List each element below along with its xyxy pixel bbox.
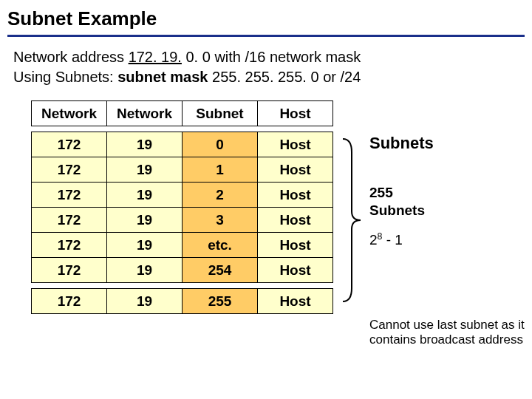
cell-host: Host	[258, 183, 333, 208]
table-header-row: Network Network Subnet Host	[32, 101, 333, 126]
table-row: 172 19 254 Host	[32, 258, 333, 283]
cell-subnet: 2	[183, 183, 258, 208]
cell-host: Host	[258, 208, 333, 233]
intro-1b: 172. 19.	[129, 49, 182, 65]
cell-net1: 172	[32, 233, 107, 258]
cell-subnet: 0	[183, 132, 258, 157]
cell-net1: 172	[32, 258, 107, 283]
hdr-network-1: Network	[32, 101, 107, 126]
table-row: 172 19 2 Host	[32, 183, 333, 208]
subnet-count: 255 Subnets	[369, 184, 528, 220]
intro-2b: subnet mask	[117, 69, 208, 85]
cell-host: Host	[258, 132, 333, 157]
cell-host: Host	[258, 258, 333, 283]
hdr-subnet: Subnet	[183, 101, 258, 126]
hdr-network-2: Network	[107, 101, 183, 126]
intro-1c: 0. 0 with /16 network mask	[182, 49, 361, 65]
subnets-heading: Subnets	[369, 133, 528, 154]
tables-area: Network Network Subnet Host 172 19 0 Hos…	[7, 100, 525, 314]
pow-base: 2	[369, 232, 378, 248]
intro-2c: 255. 255. 255. 0 or /24	[208, 69, 361, 85]
intro-text: Network address 172. 19. 0. 0 with /16 n…	[7, 47, 525, 100]
page-title: Subnet Example	[7, 7, 525, 35]
table-row: 172 19 3 Host	[32, 208, 333, 233]
table-row-last: 172 19 255 Host	[32, 289, 333, 314]
subnet-table: Network Network Subnet Host 172 19 0 Hos…	[31, 100, 333, 314]
cell-net1: 172	[32, 183, 107, 208]
cell-host: Host	[258, 289, 333, 314]
cell-net1: 172	[32, 132, 107, 157]
table-row: 172 19 etc. Host	[32, 233, 333, 258]
cell-net2: 19	[107, 132, 183, 157]
cell-net1: 172	[32, 289, 107, 314]
count-255: 255	[369, 185, 393, 200]
cell-net2: 19	[107, 258, 183, 283]
cell-subnet: 255	[183, 289, 258, 314]
cell-net2: 19	[107, 208, 183, 233]
count-subnets: Subnets	[369, 202, 425, 218]
table-row: 172 19 0 Host	[32, 132, 333, 157]
brace-icon	[340, 137, 364, 303]
title-rule	[7, 35, 525, 37]
pow-rest: - 1	[382, 232, 402, 248]
cell-subnet: 3	[183, 208, 258, 233]
cell-subnet: etc.	[183, 233, 258, 258]
cell-net2: 19	[107, 289, 183, 314]
cell-subnet: 254	[183, 258, 258, 283]
table-row: 172 19 1 Host	[32, 157, 333, 183]
cell-net1: 172	[32, 208, 107, 233]
cell-subnet: 1	[183, 157, 258, 183]
intro-2a: Using Subnets:	[13, 69, 117, 85]
broadcast-note: Cannot use last subnet as it contains br…	[369, 318, 525, 348]
cell-net1: 172	[32, 157, 107, 183]
gap	[32, 283, 333, 289]
cell-net2: 19	[107, 233, 183, 258]
gap	[32, 126, 333, 132]
cell-net2: 19	[107, 183, 183, 208]
cell-host: Host	[258, 157, 333, 183]
cell-net2: 19	[107, 157, 183, 183]
intro-1a: Network address	[13, 49, 129, 65]
hdr-host: Host	[258, 101, 333, 126]
power-formula: 28 - 1	[369, 231, 528, 250]
side-notes: Subnets 255 Subnets 28 - 1	[369, 133, 528, 250]
cell-host: Host	[258, 233, 333, 258]
